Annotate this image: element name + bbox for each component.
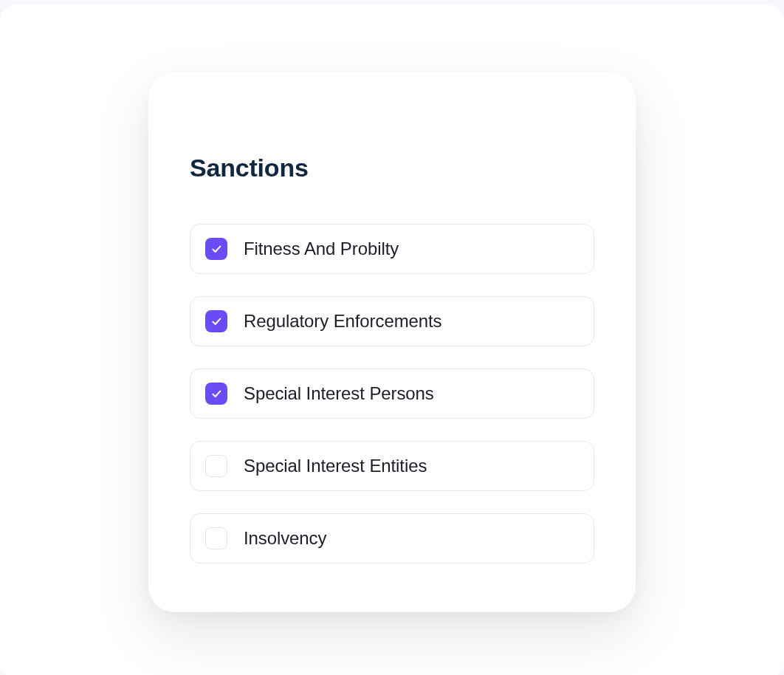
checkbox[interactable] — [205, 455, 227, 477]
check-icon — [210, 388, 222, 400]
checkbox[interactable] — [205, 238, 227, 260]
option-label: Insolvency — [244, 528, 326, 549]
option-label: Fitness And Probilty — [244, 239, 399, 259]
option-fitness-and-probilty[interactable]: Fitness And Probilty — [190, 224, 594, 274]
check-icon — [210, 243, 222, 255]
option-regulatory-enforcements[interactable]: Regulatory Enforcements — [190, 296, 594, 346]
sanctions-card: Sanctions Fitness And Probilty Regulator… — [148, 72, 636, 612]
option-insolvency[interactable]: Insolvency — [190, 513, 594, 563]
checkbox[interactable] — [205, 310, 227, 332]
option-label: Special Interest Entities — [244, 456, 427, 476]
card-title: Sanctions — [190, 154, 594, 182]
checkbox[interactable] — [205, 383, 227, 405]
option-label: Regulatory Enforcements — [244, 311, 442, 332]
checkbox[interactable] — [205, 527, 227, 549]
option-label: Special Interest Persons — [244, 383, 434, 404]
check-icon — [210, 315, 222, 327]
page-container: Sanctions Fitness And Probilty Regulator… — [0, 4, 784, 675]
options-list: Fitness And Probilty Regulatory Enforcem… — [190, 224, 594, 563]
option-special-interest-entities[interactable]: Special Interest Entities — [190, 441, 594, 491]
option-special-interest-persons[interactable]: Special Interest Persons — [190, 369, 594, 419]
